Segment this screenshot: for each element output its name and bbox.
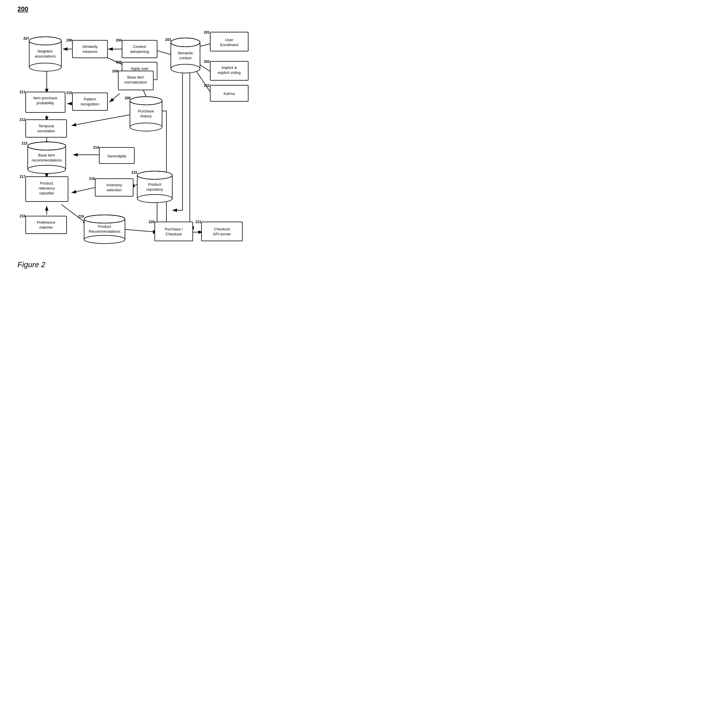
svg-text:202: 202	[204, 59, 210, 64]
svg-text:213: 213	[22, 142, 27, 146]
node-222: Karma 222	[204, 84, 248, 101]
svg-text:classifier: classifier	[39, 191, 54, 195]
svg-text:Product: Product	[40, 181, 53, 185]
svg-text:221: 221	[195, 220, 201, 224]
page-number: 200	[17, 5, 28, 13]
svg-text:Context: Context	[133, 45, 146, 49]
svg-text:217: 217	[20, 175, 25, 179]
svg-text:220: 220	[149, 220, 154, 224]
svg-text:associations: associations	[35, 54, 56, 58]
svg-text:204: 204	[116, 38, 122, 42]
svg-rect-80	[26, 120, 66, 137]
svg-text:Recommendations: Recommendations	[89, 229, 121, 234]
node-212: Temporal correlation 212	[20, 118, 66, 137]
svg-text:Base item: Base item	[127, 75, 144, 79]
svg-rect-125	[202, 222, 242, 241]
svg-text:Similarity: Similarity	[82, 45, 98, 49]
svg-line-10	[110, 94, 120, 102]
svg-text:207: 207	[23, 36, 29, 40]
svg-text:Apply user: Apply user	[131, 66, 149, 71]
svg-text:215: 215	[131, 170, 137, 175]
figure-label: Figure 2	[17, 260, 45, 269]
svg-text:Karma: Karma	[224, 91, 235, 96]
svg-rect-72	[72, 93, 107, 110]
node-206: Similarity measure 206	[66, 38, 107, 58]
svg-rect-110	[26, 216, 66, 234]
svg-text:Pattern: Pattern	[84, 97, 96, 101]
svg-point-63	[130, 123, 162, 131]
svg-point-96	[137, 195, 172, 203]
svg-line-12	[72, 114, 134, 126]
svg-text:Neighbor: Neighbor	[38, 49, 53, 53]
svg-rect-121	[155, 222, 193, 241]
node-201: User Enrollment 201	[204, 30, 248, 51]
svg-line-22	[123, 229, 158, 232]
svg-text:Checkout: Checkout	[214, 227, 230, 231]
svg-text:214: 214	[93, 146, 99, 150]
svg-text:209: 209	[112, 69, 118, 73]
svg-text:Implicit &: Implicit &	[222, 65, 237, 70]
svg-rect-101	[95, 179, 133, 196]
svg-text:history: history	[140, 114, 152, 118]
svg-text:dampening: dampening	[130, 49, 149, 54]
svg-text:210: 210	[66, 91, 72, 95]
svg-text:206: 206	[66, 38, 72, 42]
svg-text:Checkout: Checkout	[166, 232, 182, 236]
svg-text:relevancy: relevancy	[39, 186, 55, 191]
svg-text:repository: repository	[146, 187, 163, 192]
node-207: Neighbor associations 207	[23, 36, 61, 71]
svg-text:Item purchase: Item purchase	[33, 96, 57, 100]
svg-rect-50	[72, 40, 107, 58]
node-215: Product repository 215	[131, 170, 172, 203]
svg-text:normalization: normalization	[124, 80, 147, 84]
svg-text:Purchase: Purchase	[138, 109, 154, 113]
svg-text:context: context	[179, 56, 192, 60]
svg-text:correlation: correlation	[38, 129, 55, 133]
svg-text:205: 205	[116, 60, 122, 64]
node-213: Base item recommendations 213	[22, 142, 66, 173]
svg-text:Preference: Preference	[37, 220, 55, 225]
svg-text:Product: Product	[98, 224, 111, 229]
svg-text:API-server: API-server	[213, 232, 231, 236]
svg-point-37	[171, 64, 200, 73]
svg-text:recommendations: recommendations	[32, 158, 62, 162]
svg-text:222: 222	[204, 84, 210, 88]
svg-text:Base item: Base item	[38, 153, 55, 157]
svg-text:Inventory: Inventory	[106, 183, 122, 187]
node-220: Purchase / Checkout 220	[149, 220, 193, 241]
svg-text:212: 212	[20, 118, 25, 122]
svg-text:219: 219	[78, 214, 84, 218]
svg-text:User: User	[225, 38, 233, 42]
svg-text:probability: probability	[36, 101, 54, 105]
svg-text:208: 208	[125, 96, 131, 100]
node-218: Preference matcher 218	[20, 214, 66, 234]
node-209: Base item normalization 209	[112, 69, 153, 90]
svg-text:Temporal: Temporal	[38, 124, 54, 128]
node-217: Product relevancy classifier 217	[20, 175, 68, 201]
svg-point-116	[84, 235, 125, 244]
node-211: Item purchase probability 211	[20, 90, 65, 113]
svg-text:Product: Product	[148, 182, 162, 186]
svg-text:Semantic: Semantic	[177, 51, 193, 55]
svg-text:selection: selection	[107, 188, 121, 192]
node-204: Context dampening 204	[116, 38, 157, 58]
node-210: Pattern recognition 210	[66, 91, 107, 110]
svg-text:Purchase /: Purchase /	[165, 227, 183, 231]
node-203: Semantic context 203	[165, 38, 200, 73]
svg-rect-42	[122, 40, 157, 58]
svg-text:211: 211	[20, 90, 25, 94]
svg-point-86	[28, 165, 66, 173]
svg-text:recognition: recognition	[81, 102, 99, 106]
svg-text:measure: measure	[83, 49, 98, 54]
node-208: Purchase history 208	[125, 96, 162, 131]
node-216: Inventory selection 216	[89, 177, 133, 196]
node-219: Product Recommendations 219	[78, 214, 125, 244]
node-221: Checkout API-server 221	[195, 220, 242, 241]
svg-line-19	[72, 187, 98, 193]
svg-text:Enrollment: Enrollment	[220, 43, 238, 47]
svg-text:218: 218	[20, 214, 25, 218]
svg-text:201: 201	[204, 30, 210, 35]
node-202: Implicit & explicit voting 202	[204, 59, 248, 80]
svg-text:203: 203	[165, 38, 171, 42]
node-214: Serendipity 214	[93, 146, 134, 163]
